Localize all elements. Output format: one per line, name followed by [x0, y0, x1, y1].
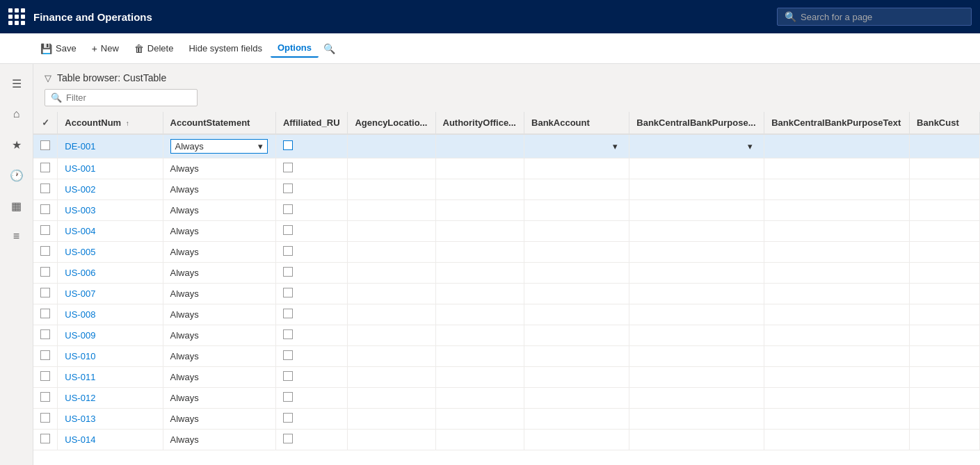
- th-agency-location[interactable]: AgencyLocatio...: [348, 112, 435, 134]
- th-affiliated-ru[interactable]: Affiliated_RU: [275, 112, 348, 134]
- sidebar-item-recent[interactable]: 🕐: [3, 161, 31, 189]
- affiliated-checkbox[interactable]: [283, 371, 293, 381]
- account-link[interactable]: US-013: [65, 414, 95, 424]
- cell-accountnum[interactable]: US-010: [58, 346, 163, 367]
- row-checkbox[interactable]: [40, 267, 50, 277]
- table-row[interactable]: US-006Always: [33, 263, 980, 284]
- th-select-all[interactable]: ✓: [33, 112, 58, 134]
- affiliated-checkbox[interactable]: [283, 204, 293, 214]
- filter-funnel-icon[interactable]: ▽: [45, 73, 51, 83]
- account-link[interactable]: US-009: [65, 330, 95, 341]
- global-search-input[interactable]: [801, 12, 964, 22]
- th-accountnum[interactable]: AccountNum ↑: [58, 112, 163, 134]
- account-link[interactable]: US-002: [65, 184, 95, 195]
- affiliated-checkbox[interactable]: [283, 246, 293, 256]
- row-checkbox[interactable]: [40, 204, 50, 214]
- table-row[interactable]: US-008Always: [33, 304, 980, 325]
- affiliated-checkbox[interactable]: [283, 163, 293, 172]
- table-row[interactable]: US-012Always: [33, 388, 980, 409]
- statement-dropdown[interactable]: Always▾: [170, 139, 268, 154]
- row-checkbox[interactable]: [40, 309, 50, 318]
- cell-accountnum[interactable]: US-001: [58, 158, 163, 179]
- row-checkbox[interactable]: [40, 246, 50, 256]
- delete-button[interactable]: 🗑 Delete: [127, 40, 181, 58]
- new-button[interactable]: + New: [85, 40, 126, 58]
- th-accountstatement[interactable]: AccountStatement: [163, 112, 275, 134]
- cell-accountnum[interactable]: US-003: [58, 200, 163, 221]
- row-checkbox[interactable]: [40, 371, 50, 381]
- cell-accountnum[interactable]: US-006: [58, 263, 163, 284]
- account-link[interactable]: US-003: [65, 205, 95, 215]
- table-row[interactable]: US-005Always: [33, 242, 980, 263]
- table-row[interactable]: US-009Always: [33, 325, 980, 346]
- affiliated-checkbox[interactable]: [283, 288, 293, 297]
- save-button[interactable]: 💾 Save: [33, 40, 83, 58]
- table-row[interactable]: US-010Always: [33, 346, 980, 367]
- account-link[interactable]: US-011: [65, 372, 95, 382]
- sidebar-item-modules[interactable]: ≡: [3, 222, 31, 250]
- cell-accountnum[interactable]: US-014: [58, 430, 163, 450]
- affiliated-checkbox[interactable]: [283, 350, 293, 360]
- bank-dropdown[interactable]: ▾: [531, 140, 622, 153]
- table-row[interactable]: US-002Always: [33, 179, 980, 200]
- sidebar-item-workspaces[interactable]: ▦: [3, 192, 31, 220]
- cell-accountnum[interactable]: US-013: [58, 409, 163, 430]
- th-bank-central-purpose[interactable]: BankCentralBankPurpose...: [629, 112, 764, 134]
- sidebar-item-menu[interactable]: ☰: [3, 70, 31, 97]
- affiliated-checkbox[interactable]: [283, 329, 293, 339]
- th-authority-office[interactable]: AuthorityOffice...: [435, 112, 524, 134]
- cell-accountnum[interactable]: US-007: [58, 284, 163, 304]
- row-checkbox[interactable]: [40, 434, 50, 443]
- table-row[interactable]: US-004Always: [33, 221, 980, 242]
- cell-accountnum[interactable]: US-008: [58, 304, 163, 325]
- row-checkbox[interactable]: [40, 163, 50, 172]
- row-checkbox[interactable]: [40, 225, 50, 235]
- row-checkbox[interactable]: [40, 183, 50, 193]
- cell-accountnum[interactable]: US-002: [58, 179, 163, 200]
- th-bank-cust[interactable]: BankCust: [910, 112, 980, 134]
- waffle-menu[interactable]: [8, 8, 25, 25]
- cell-accountnum[interactable]: US-005: [58, 242, 163, 263]
- row-checkbox[interactable]: [40, 350, 50, 360]
- cell-accountnum[interactable]: DE-001: [58, 134, 163, 158]
- account-link[interactable]: DE-001: [65, 141, 95, 152]
- account-link[interactable]: US-005: [65, 247, 95, 257]
- th-bank-account[interactable]: BankAccount: [524, 112, 629, 134]
- account-link[interactable]: US-010: [65, 351, 95, 361]
- table-row[interactable]: US-001Always: [33, 158, 980, 179]
- table-row[interactable]: US-014Always: [33, 430, 980, 450]
- account-link[interactable]: US-008: [65, 309, 95, 320]
- affiliated-checkbox[interactable]: [283, 413, 293, 423]
- th-bank-central-purpose-text[interactable]: BankCentralBankPurposeText: [764, 112, 910, 134]
- account-link[interactable]: US-006: [65, 268, 95, 278]
- cell-accountnum[interactable]: US-004: [58, 221, 163, 242]
- row-checkbox[interactable]: [40, 288, 50, 297]
- table-row[interactable]: US-003Always: [33, 200, 980, 221]
- table-row[interactable]: US-013Always: [33, 409, 980, 430]
- affiliated-checkbox[interactable]: [283, 434, 293, 443]
- toolbar-search-icon[interactable]: 🔍: [320, 40, 339, 58]
- account-link[interactable]: US-012: [65, 393, 95, 403]
- cell-accountnum[interactable]: US-011: [58, 367, 163, 388]
- affiliated-checkbox[interactable]: [283, 183, 293, 193]
- affiliated-checkbox[interactable]: [283, 267, 293, 277]
- sidebar-item-home[interactable]: ⌂: [3, 100, 31, 128]
- options-button[interactable]: Options: [271, 39, 319, 58]
- row-checkbox[interactable]: [40, 392, 50, 402]
- bank-central-dropdown[interactable]: ▾: [636, 140, 757, 153]
- affiliated-checkbox[interactable]: [283, 392, 293, 402]
- filter-input[interactable]: [66, 92, 191, 103]
- cell-accountnum[interactable]: US-009: [58, 325, 163, 346]
- account-link[interactable]: US-007: [65, 288, 95, 299]
- table-row[interactable]: US-011Always: [33, 367, 980, 388]
- affiliated-checkbox[interactable]: [283, 140, 293, 150]
- filter-box[interactable]: 🔍: [45, 89, 198, 106]
- row-checkbox[interactable]: [40, 140, 50, 150]
- global-search[interactable]: 🔍: [777, 8, 972, 26]
- affiliated-checkbox[interactable]: [283, 309, 293, 318]
- hide-system-fields-button[interactable]: Hide system fields: [182, 40, 268, 57]
- table-row[interactable]: US-007Always: [33, 284, 980, 304]
- cell-accountnum[interactable]: US-012: [58, 388, 163, 409]
- row-checkbox[interactable]: [40, 413, 50, 423]
- table-row[interactable]: DE-001Always▾▾▾: [33, 134, 980, 158]
